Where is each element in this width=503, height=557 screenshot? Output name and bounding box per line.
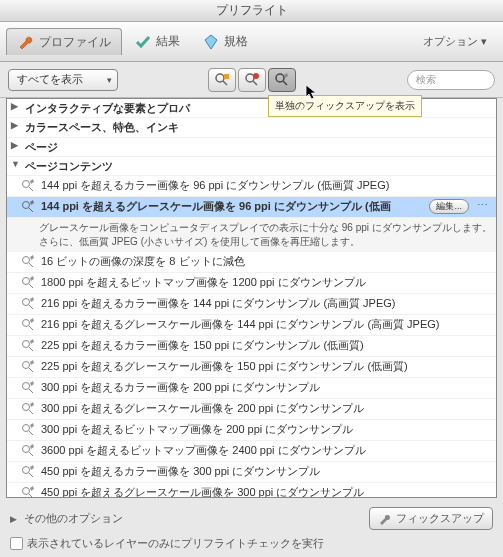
tree-header[interactable]: インタラクティブな要素とプロパ bbox=[7, 99, 496, 118]
tab-label: プロファイル bbox=[39, 34, 111, 51]
fixup-list[interactable]: インタラクティブな要素とプロパ カラースペース、特色、インキ ページ ページコン… bbox=[6, 98, 497, 498]
svg-line-9 bbox=[29, 187, 33, 191]
layers-label: 表示されているレイヤーのみにプリフライトチェックを実行 bbox=[27, 536, 324, 551]
wrench-icon bbox=[21, 380, 37, 396]
tab-result[interactable]: 結果 bbox=[124, 29, 190, 55]
list-item[interactable]: 450 ppi を超えるカラー画像を 300 ppi にダウンサンプル bbox=[7, 462, 496, 483]
diamond-icon bbox=[202, 33, 220, 51]
other-options-label: その他のオプション bbox=[24, 511, 123, 526]
wrench-icon bbox=[21, 464, 37, 480]
svg-point-16 bbox=[23, 299, 30, 306]
list-item[interactable]: 450 ppi を超えるグレースケール画像を 300 ppi にダウンサンプル bbox=[7, 483, 496, 498]
wrench-icon bbox=[21, 296, 37, 312]
svg-line-19 bbox=[29, 326, 33, 330]
list-item[interactable]: 225 ppi を超えるカラー画像を 150 ppi にダウンサンプル (低画質… bbox=[7, 336, 496, 357]
svg-line-29 bbox=[29, 431, 33, 435]
wrench-icon bbox=[21, 485, 37, 498]
list-item[interactable]: 144 ppi を超えるカラー画像を 96 ppi にダウンサンプル (低画質 … bbox=[7, 176, 496, 197]
list-item[interactable]: 1800 ppi を超えるビットマップ画像を 1200 ppi にダウンサンプル bbox=[7, 273, 496, 294]
svg-line-13 bbox=[29, 263, 33, 267]
wrench-icon bbox=[21, 338, 37, 354]
svg-rect-2 bbox=[224, 74, 229, 79]
wrench-icon bbox=[21, 275, 37, 291]
svg-point-22 bbox=[23, 362, 30, 369]
svg-point-14 bbox=[23, 278, 30, 285]
svg-line-7 bbox=[283, 81, 287, 85]
footer: その他のオプション フィックスアップ 表示されているレイヤーのみにプリフライトチ… bbox=[0, 498, 503, 557]
tooltip: 単独のフィックスアップを表示 bbox=[268, 95, 422, 117]
wrench-icon bbox=[21, 359, 37, 375]
svg-line-33 bbox=[29, 473, 33, 477]
tab-profile[interactable]: プロファイル bbox=[6, 28, 122, 55]
svg-point-34 bbox=[23, 488, 30, 495]
wrench-icon bbox=[21, 317, 37, 333]
svg-point-6 bbox=[276, 74, 284, 82]
svg-line-11 bbox=[29, 208, 33, 212]
tool-check-icon[interactable] bbox=[238, 68, 266, 92]
disclosure-icon[interactable] bbox=[10, 514, 20, 524]
search-input[interactable]: 検索 bbox=[407, 70, 495, 90]
svg-line-4 bbox=[253, 81, 257, 85]
list-item[interactable]: 16 ビットの画像の深度を 8 ビットに減色 bbox=[7, 252, 496, 273]
svg-point-12 bbox=[23, 257, 30, 264]
svg-point-28 bbox=[23, 425, 30, 432]
edit-button[interactable]: 編集... bbox=[429, 199, 469, 214]
tree-header[interactable]: カラースペース、特色、インキ bbox=[7, 118, 496, 137]
svg-line-23 bbox=[29, 368, 33, 372]
more-icon[interactable]: ⋯ bbox=[473, 199, 492, 212]
tab-standard[interactable]: 規格 bbox=[192, 29, 258, 55]
tab-bar: プロファイル 結果 規格 オプション ▾ bbox=[0, 22, 503, 62]
list-item[interactable]: 3600 ppi を超えるビットマップ画像を 2400 ppi にダウンサンプル bbox=[7, 441, 496, 462]
svg-point-30 bbox=[23, 446, 30, 453]
svg-point-20 bbox=[23, 341, 30, 348]
option-button[interactable]: オプション ▾ bbox=[413, 32, 497, 51]
fixup-button[interactable]: フィックスアップ bbox=[369, 507, 493, 530]
wrench-icon bbox=[21, 199, 37, 215]
wrench-icon bbox=[17, 33, 35, 51]
svg-point-3 bbox=[246, 74, 254, 82]
toolbar: すべてを表示 検索 単独のフィックスアップを表示 bbox=[0, 62, 503, 98]
svg-point-8 bbox=[23, 181, 30, 188]
tab-label: 結果 bbox=[156, 33, 180, 50]
tool-fixup-icon[interactable] bbox=[268, 68, 296, 92]
svg-line-1 bbox=[223, 81, 227, 85]
layers-checkbox[interactable] bbox=[10, 537, 23, 550]
check-icon bbox=[134, 33, 152, 51]
list-item[interactable]: 216 ppi を超えるグレースケール画像を 144 ppi にダウンサンプル … bbox=[7, 315, 496, 336]
svg-point-26 bbox=[23, 404, 30, 411]
wrench-icon bbox=[21, 443, 37, 459]
list-item[interactable]: 300 ppi を超えるカラー画像を 200 ppi にダウンサンプル bbox=[7, 378, 496, 399]
svg-line-17 bbox=[29, 305, 33, 309]
list-item[interactable]: 216 ppi を超えるカラー画像を 144 ppi にダウンサンプル (高画質… bbox=[7, 294, 496, 315]
tool-profile-icon[interactable] bbox=[208, 68, 236, 92]
wrench-icon bbox=[21, 254, 37, 270]
svg-line-25 bbox=[29, 389, 33, 393]
svg-line-27 bbox=[29, 410, 33, 414]
svg-point-18 bbox=[23, 320, 30, 327]
svg-point-5 bbox=[253, 73, 259, 79]
tab-label: 規格 bbox=[224, 33, 248, 50]
wrench-icon bbox=[21, 401, 37, 417]
svg-line-15 bbox=[29, 284, 33, 288]
tree-header[interactable]: ページコンテンツ bbox=[7, 157, 496, 176]
list-item-selected[interactable]: 144 ppi を超えるグレースケール画像を 96 ppi にダウンサンプル (… bbox=[7, 197, 496, 218]
svg-point-24 bbox=[23, 383, 30, 390]
item-description: グレースケール画像をコンピュータディスプレイでの表示に十分な 96 ppi にダ… bbox=[7, 218, 496, 252]
svg-line-31 bbox=[29, 452, 33, 456]
wrench-icon bbox=[21, 178, 37, 194]
window-title: プリフライト bbox=[0, 0, 503, 22]
wrench-icon bbox=[21, 422, 37, 438]
svg-point-0 bbox=[216, 74, 224, 82]
svg-line-21 bbox=[29, 347, 33, 351]
list-item[interactable]: 300 ppi を超えるグレースケール画像を 200 ppi にダウンサンプル bbox=[7, 399, 496, 420]
tree-header[interactable]: ページ bbox=[7, 138, 496, 157]
filter-dropdown[interactable]: すべてを表示 bbox=[8, 69, 118, 91]
list-item[interactable]: 225 ppi を超えるグレースケール画像を 150 ppi にダウンサンプル … bbox=[7, 357, 496, 378]
svg-point-32 bbox=[23, 467, 30, 474]
list-item[interactable]: 300 ppi を超えるビットマップ画像を 200 ppi にダウンサンプル bbox=[7, 420, 496, 441]
svg-point-10 bbox=[23, 202, 30, 209]
wrench-icon bbox=[378, 512, 392, 526]
